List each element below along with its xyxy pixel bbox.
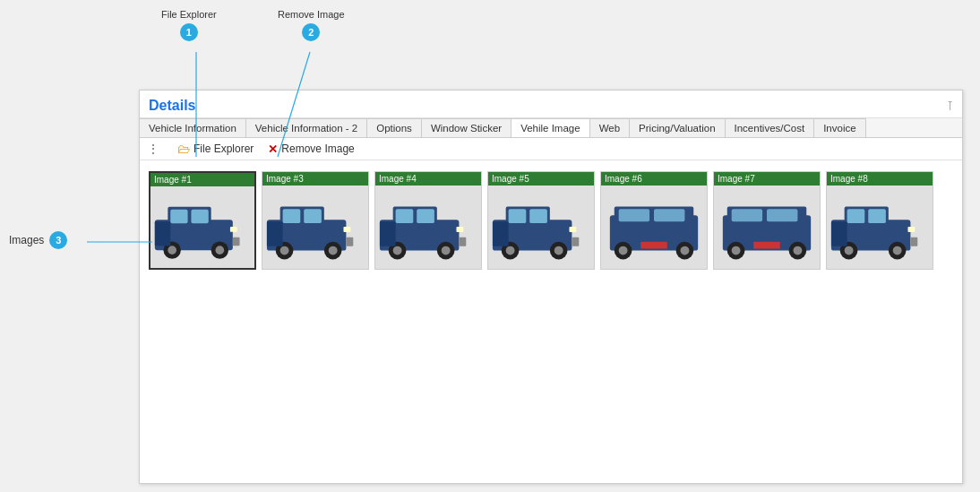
image-label: Image #6 [601, 172, 707, 186]
image-placeholder [262, 172, 368, 269]
svg-rect-59 [767, 209, 797, 221]
remove-image-button[interactable]: ✕ Remove Image [268, 142, 354, 156]
svg-point-10 [216, 246, 225, 255]
panel-title: Details [149, 98, 195, 114]
callout-2-badge: 2 [302, 23, 320, 41]
svg-point-8 [168, 246, 176, 255]
svg-rect-34 [459, 237, 466, 246]
images-annotation-label: Images [9, 234, 44, 246]
tab-web[interactable]: Web [590, 118, 630, 138]
tab-invoice[interactable]: Invoice [814, 118, 865, 138]
remove-image-label: Remove Image [281, 142, 354, 155]
svg-rect-13 [155, 221, 170, 246]
folder-icon: 🗁 [177, 142, 190, 156]
toolbar: ⋮ 🗁 File Explorer ✕ Remove Image [140, 138, 962, 160]
tab-vehicle-information[interactable]: Vehicle Information [140, 118, 246, 138]
image-label: Image #3 [262, 172, 368, 186]
svg-rect-22 [343, 227, 350, 232]
image-label: Image #7 [714, 172, 820, 186]
svg-point-63 [794, 246, 803, 255]
image-label: Image #5 [488, 172, 594, 186]
svg-point-30 [393, 246, 402, 255]
svg-point-21 [329, 246, 338, 255]
svg-rect-75 [831, 221, 847, 246]
svg-point-19 [280, 246, 289, 255]
svg-point-61 [732, 246, 741, 255]
tab-window-sticker[interactable]: Window Sticker [422, 118, 511, 138]
callout-2-label: Remove Image [278, 9, 345, 20]
tab-vehile-image[interactable]: Vehile Image [511, 118, 590, 138]
svg-rect-38 [509, 209, 527, 223]
image-thumb[interactable]: Image #1 [149, 171, 256, 270]
image-thumb[interactable]: Image #4 [374, 171, 482, 270]
tab-incentivescost[interactable]: Incentives/Cost [726, 118, 815, 138]
svg-rect-67 [847, 209, 865, 223]
callout-1-label: File Explorer [161, 9, 217, 20]
tabs-container: Vehicle InformationVehicle Information -… [140, 118, 962, 138]
svg-rect-35 [380, 221, 396, 246]
image-thumb[interactable]: Image #3 [262, 171, 369, 270]
svg-point-32 [442, 246, 451, 255]
svg-rect-23 [346, 237, 353, 246]
svg-rect-33 [456, 227, 463, 232]
svg-rect-68 [868, 209, 886, 223]
svg-rect-24 [267, 221, 283, 246]
tab-pricingvaluation[interactable]: Pricing/Valuation [630, 118, 725, 138]
svg-point-70 [845, 246, 854, 255]
svg-rect-46 [493, 221, 509, 246]
file-explorer-button[interactable]: 🗁 File Explorer [177, 142, 254, 156]
svg-point-54 [681, 246, 690, 255]
images-annotation: Images 3 [9, 231, 67, 249]
toolbar-handle: ⋮ [147, 142, 159, 156]
svg-rect-73 [907, 227, 915, 232]
tab-vehicle-information---2[interactable]: Vehicle Information - 2 [246, 118, 367, 138]
image-thumb[interactable]: Image #8 [826, 171, 933, 270]
svg-point-43 [554, 246, 563, 255]
images-area: Image #1 Image #3 [140, 160, 962, 281]
svg-point-41 [506, 246, 515, 255]
svg-rect-27 [396, 209, 414, 223]
svg-rect-39 [529, 209, 547, 223]
svg-point-52 [619, 246, 628, 255]
svg-rect-5 [170, 210, 187, 223]
svg-rect-28 [417, 209, 434, 223]
image-placeholder [827, 172, 933, 269]
pin-icon: ⊺ [947, 99, 953, 113]
image-placeholder [601, 172, 707, 269]
svg-rect-50 [654, 209, 684, 221]
image-thumb[interactable]: Image #5 [487, 171, 595, 270]
svg-rect-6 [191, 210, 208, 223]
image-placeholder [488, 172, 594, 269]
svg-rect-58 [732, 209, 762, 221]
image-placeholder [375, 172, 481, 269]
svg-rect-44 [569, 227, 576, 232]
image-thumb[interactable]: Image #6 [600, 171, 708, 270]
image-label: Image #4 [375, 172, 481, 186]
image-label: Image #1 [150, 173, 254, 186]
image-placeholder [714, 172, 820, 269]
callout-1-badge: 1 [180, 23, 198, 41]
tab-options[interactable]: Options [367, 118, 422, 138]
file-explorer-label: File Explorer [193, 142, 254, 155]
svg-rect-11 [230, 227, 237, 232]
svg-rect-17 [304, 209, 322, 223]
svg-rect-64 [753, 242, 780, 249]
svg-rect-45 [572, 237, 579, 246]
remove-icon: ✕ [268, 142, 278, 156]
svg-rect-12 [233, 237, 240, 246]
image-thumb[interactable]: Image #7 [713, 171, 821, 270]
svg-point-72 [893, 246, 902, 255]
svg-rect-16 [283, 209, 301, 223]
panel-header: Details ⊺ [140, 91, 962, 118]
callout-remove-image: Remove Image 2 [278, 9, 345, 41]
main-panel: Details ⊺ Vehicle InformationVehicle Inf… [139, 90, 963, 484]
svg-rect-74 [910, 237, 917, 246]
callout-file-explorer: File Explorer 1 [161, 9, 217, 41]
svg-rect-49 [619, 209, 649, 221]
image-label: Image #8 [827, 172, 933, 186]
images-annotation-badge: 3 [49, 231, 67, 249]
image-placeholder [150, 173, 254, 268]
svg-rect-55 [640, 242, 667, 249]
